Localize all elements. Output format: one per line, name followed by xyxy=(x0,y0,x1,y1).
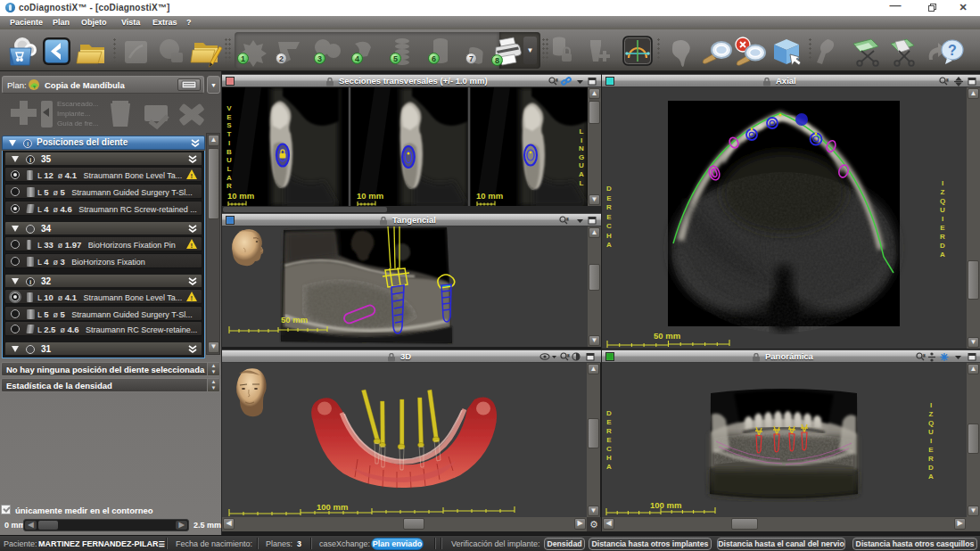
svg-text:x: x xyxy=(567,352,570,358)
svg-text:50 mm: 50 mm xyxy=(654,331,680,341)
svg-text:50 mm: 50 mm xyxy=(281,315,308,325)
svg-text:x: x xyxy=(946,77,949,82)
svg-text:Guía de fre...: Guía de fre... xyxy=(57,119,99,127)
svg-text:x: x xyxy=(556,77,558,82)
svg-text:100 mm: 100 mm xyxy=(317,502,348,512)
svg-text:x: x xyxy=(566,216,569,221)
svg-text:100 mm: 100 mm xyxy=(650,500,681,510)
svg-text:Implante...: Implante... xyxy=(57,110,90,118)
svg-text:Escaneado...: Escaneado... xyxy=(57,100,99,108)
svg-text:x: x xyxy=(923,352,926,358)
svg-text:?: ? xyxy=(948,43,957,58)
